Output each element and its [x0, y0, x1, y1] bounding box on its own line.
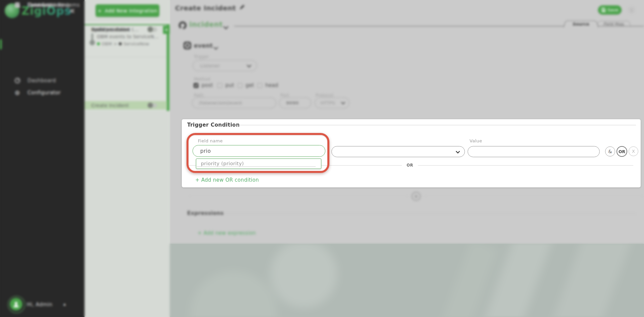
operation-label: Create Incident: [91, 103, 129, 108]
chevron-down-icon[interactable]: [223, 24, 228, 31]
operation-toggle[interactable]: [148, 103, 157, 107]
integration-name[interactable]: OBM events to ServiceN...: [97, 34, 159, 39]
trigger-condition-title-line: [235, 125, 636, 125]
highlight-annotation-ring: [186, 133, 329, 173]
method-put: put: [217, 82, 234, 88]
method-get: get: [237, 82, 254, 88]
path-label: Path: [194, 93, 204, 98]
dashboard-icon: [14, 78, 20, 84]
operation-label: Update Incident (...: [91, 27, 139, 32]
add-integration-label: Add New Integration: [105, 8, 157, 13]
tab-source[interactable]: Source: [564, 21, 598, 27]
chevron-down-icon: [247, 63, 251, 69]
more-options-button[interactable]: ⋮: [628, 6, 635, 14]
integrations-panel: + Add New Integration + OBM events to Se…: [85, 0, 170, 317]
save-button[interactable]: Save: [598, 5, 622, 14]
trigger-value: Listener: [193, 63, 220, 69]
sidebar-item-configurator[interactable]: ⚙ Configurator: [0, 88, 85, 98]
method-option-label: put: [225, 82, 234, 88]
protocol-select[interactable]: HTTPS: [315, 97, 350, 108]
path-value: /listener/omi/event: [192, 100, 242, 105]
checkbox-head[interactable]: [257, 83, 262, 88]
integration-arrow: >: [113, 41, 117, 46]
panel-scrollbar[interactable]: [167, 25, 169, 111]
operator-select-wrap: [331, 146, 465, 157]
drag-handle-icon: [89, 33, 95, 47]
save-icon: [601, 8, 606, 12]
add-section-button[interactable]: +: [412, 192, 421, 201]
checkbox-get[interactable]: [237, 83, 243, 88]
person-icon: [13, 301, 19, 308]
sidebar-item-data-explorer[interactable]: Data Explorer: [0, 0, 85, 10]
plus-icon: +: [98, 8, 102, 13]
active-nav-marker: [0, 39, 2, 49]
trigger-select[interactable]: Listener: [193, 60, 257, 71]
or-divider-label: OR: [407, 163, 413, 168]
section-divider-line: [425, 196, 642, 196]
and-condition-button[interactable]: &: [605, 146, 615, 156]
plus-icon: +: [414, 193, 418, 199]
section-divider-line: [189, 196, 407, 196]
sidebar-item-label: Configurator: [28, 90, 61, 96]
port-input[interactable]: 9090: [279, 97, 311, 108]
integration-source: OBM: [102, 41, 112, 46]
chevron-down-icon[interactable]: [214, 45, 218, 51]
protocol-value: HTTPS: [315, 100, 335, 105]
expressions-title: Expressions: [187, 210, 224, 216]
sidebar-item-label: Dashboard: [28, 78, 56, 84]
operation-row-update-incident-2[interactable]: Update Incident (...: [85, 25, 167, 34]
trigger-label: Trigger: [194, 54, 209, 59]
edit-pencil-icon[interactable]: [239, 5, 245, 11]
operation-toggle[interactable]: [148, 27, 157, 32]
or-divider-line: [418, 165, 633, 166]
sidebar: ZigiOps « Dashboard ⚙ Configurator Conne…: [0, 0, 85, 317]
kebab-menu-icon: ⋮: [630, 8, 634, 13]
caret-up-icon[interactable]: ▲: [63, 303, 66, 306]
add-expression-link[interactable]: + Add new expression: [198, 230, 256, 236]
page-header: Create Incident: [175, 4, 245, 12]
port-label: Port: [280, 93, 289, 98]
sidebar-item-dashboard[interactable]: Dashboard: [0, 76, 85, 86]
integration-card: + OBM events to ServiceN... OBM > Servic…: [85, 24, 170, 111]
integration-target: ServiceNow: [123, 41, 149, 46]
port-value: 9090: [279, 100, 299, 105]
check-icon: [195, 84, 198, 87]
method-label: Method: [194, 77, 210, 82]
gear-icon: ⚙: [14, 90, 20, 96]
operations-separator: [85, 57, 167, 57]
decorative-footer-band: [170, 244, 644, 317]
checkbox-post[interactable]: [194, 83, 199, 88]
value-input[interactable]: [468, 146, 600, 157]
method-option-label: get: [246, 82, 254, 88]
expressions-title-line: [224, 214, 636, 214]
book-icon: [14, 2, 20, 8]
method-post: post: [194, 82, 213, 88]
incident-entity-label[interactable]: incident: [189, 20, 223, 29]
incident-ring-icon: [178, 21, 187, 31]
event-group-label[interactable]: event: [194, 42, 213, 49]
panel-divider: [85, 22, 170, 23]
source-status-dot: [97, 42, 100, 45]
protocol-label: Protocol: [316, 93, 333, 98]
sidebar-item-label: Data Explorer: [28, 2, 64, 8]
value-label: Value: [470, 138, 482, 143]
method-option-label: post: [202, 82, 213, 88]
add-new-integration-button[interactable]: + Add New Integration: [96, 4, 159, 17]
target-status-dot: [119, 42, 122, 45]
avatar[interactable]: [10, 298, 22, 311]
page-title: Create Incident: [175, 4, 236, 12]
save-label: Save: [608, 7, 619, 12]
path-input[interactable]: /listener/omi/event: [192, 97, 276, 108]
trigger-condition-title: Trigger Condition: [187, 122, 240, 128]
integration-systems: OBM > ServiceNow: [97, 41, 149, 46]
operator-select[interactable]: [331, 146, 465, 157]
method-option-label: head: [265, 82, 278, 88]
event-obm-icon: [183, 42, 191, 51]
operation-row-create-incident[interactable]: Create Incident: [85, 101, 167, 109]
user-greeting[interactable]: Hi, Admin: [27, 302, 52, 308]
or-condition-button[interactable]: OR: [616, 146, 627, 157]
add-or-condition-link[interactable]: + Add new OR condition: [195, 177, 259, 183]
checkbox-put[interactable]: [217, 83, 222, 88]
remove-condition-button[interactable]: X: [629, 146, 638, 156]
tab-label: Source: [572, 21, 590, 26]
